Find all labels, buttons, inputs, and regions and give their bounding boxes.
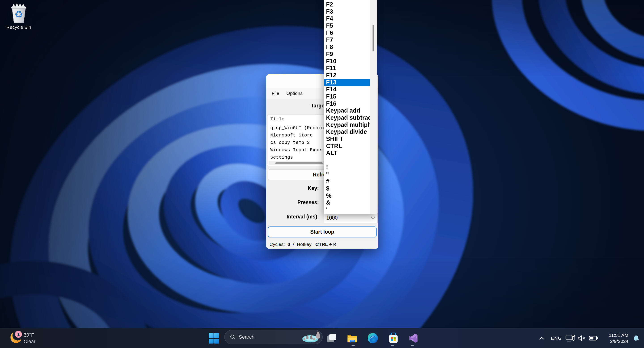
microsoft-store-button[interactable] — [388, 332, 399, 345]
edge-icon — [367, 333, 378, 344]
windows-logo-icon — [209, 333, 219, 344]
presses-label: Presses: — [266, 199, 319, 205]
monitor-pen-icon — [566, 334, 575, 342]
recycle-bin-shortcut[interactable]: ♻ Recycle Bin — [3, 2, 34, 30]
battery-icon — [589, 335, 598, 341]
dropdown-item[interactable]: ! — [324, 164, 370, 171]
dropdown-item[interactable]: F3 — [324, 8, 370, 15]
hotkey-label: Hotkey: — [297, 242, 312, 247]
task-view-icon — [326, 333, 337, 344]
list-column-header: Title — [270, 117, 284, 122]
recycle-bin-label: Recycle Bin — [3, 24, 34, 30]
dropdown-item[interactable]: F9 — [324, 51, 370, 58]
dropdown-item[interactable]: F5 — [324, 22, 370, 29]
dropdown-item[interactable]: # — [324, 178, 370, 185]
interval-value: 1000 — [324, 215, 371, 221]
hidden-icons-button[interactable] — [535, 336, 548, 340]
dropdown-item[interactable]: F16 — [324, 100, 370, 107]
dropdown-item[interactable]: " — [324, 171, 370, 178]
dropdown-item[interactable]: F12 — [324, 72, 370, 79]
task-view-button[interactable] — [326, 332, 337, 345]
clock[interactable]: 11:51 AM 2/9/2024 — [602, 332, 628, 344]
bing-daily-image[interactable] — [300, 330, 322, 344]
dropdown-item[interactable]: F11 — [324, 65, 370, 72]
weather-widget[interactable]: 1 30°F Clear — [8, 330, 36, 347]
dropdown-item[interactable]: F6 — [324, 29, 370, 37]
language-indicator[interactable]: ENG — [548, 336, 564, 341]
condition-text: Clear — [24, 339, 36, 345]
running-indicator — [352, 345, 355, 346]
dropdown-item[interactable]: F8 — [324, 43, 370, 51]
taskbar-app-icons — [326, 328, 420, 348]
dropdown-scrollbar[interactable] — [370, 0, 377, 214]
dropdown-item[interactable]: F7 — [324, 36, 370, 43]
dropdown-item[interactable]: Keypad add — [324, 107, 370, 114]
microsoft-store-icon — [388, 333, 399, 344]
bell-icon — [633, 335, 640, 342]
search-icon — [230, 334, 236, 340]
battery-button[interactable] — [588, 335, 599, 341]
dropdown-item[interactable]: Keypad multiply — [324, 122, 370, 129]
interval-label: Interval (ms): — [266, 214, 319, 220]
dropdown-item[interactable]: Keypad subtract — [324, 114, 370, 122]
menu-options[interactable]: Options — [283, 88, 306, 99]
dropdown-item[interactable]: % — [324, 192, 370, 199]
temperature-text: 30°F — [24, 332, 36, 338]
chevron-up-icon — [539, 336, 544, 340]
key-label: Key: — [266, 185, 319, 191]
recycle-bin-icon: ♻ — [10, 2, 28, 24]
chevron-down-icon — [371, 217, 375, 219]
cycles-value: 0 — [288, 242, 290, 247]
start-button[interactable] — [207, 332, 220, 345]
start-loop-button[interactable]: Start loop — [268, 226, 376, 237]
dropdown-item[interactable]: Keypad divide — [324, 128, 370, 136]
system-tray: ENG — [535, 328, 644, 348]
dropdown-item[interactable]: F13 — [324, 79, 370, 86]
search-box[interactable]: Search — [224, 330, 323, 344]
notification-center-button[interactable] — [628, 335, 644, 342]
dropdown-item[interactable]: ALT — [324, 150, 370, 157]
hotkey-value: CTRL + K — [316, 242, 337, 247]
file-explorer-icon — [346, 333, 358, 344]
dropdown-item[interactable]: ' — [324, 206, 370, 213]
volume-muted-icon — [578, 335, 586, 341]
interval-combobox[interactable]: 1000 — [324, 213, 378, 223]
weather-badge: 1 — [15, 331, 22, 338]
menu-file[interactable]: File — [268, 88, 283, 99]
dropdown-item[interactable]: F15 — [324, 93, 370, 100]
cycles-label: Cycles: — [270, 242, 285, 247]
running-indicator — [411, 345, 414, 346]
dropdown-item[interactable]: & — [324, 199, 370, 206]
status-separator: / — [293, 242, 294, 247]
key-dropdown-list: F2F3F4F5F6F7F8F9F10F11F12F13F14F15F16Key… — [324, 0, 377, 214]
visual-studio-icon — [408, 333, 419, 344]
visual-studio-button[interactable] — [408, 332, 420, 345]
edge-button[interactable] — [367, 332, 378, 345]
dropdown-item[interactable] — [324, 157, 370, 164]
status-bar: Cycles: 0 / Hotkey: CTRL + K — [266, 240, 378, 249]
svg-text:♻: ♻ — [14, 9, 23, 20]
volume-button[interactable] — [576, 335, 588, 341]
dropdown-item[interactable]: SHIFT — [324, 136, 370, 143]
dropdown-item[interactable]: $ — [324, 185, 370, 192]
running-indicator — [391, 345, 394, 346]
date-text: 2/9/2024 — [602, 338, 628, 344]
dropdown-item[interactable]: F2 — [324, 1, 370, 8]
dropdown-item[interactable]: F4 — [324, 15, 370, 22]
dropdown-item[interactable]: F10 — [324, 58, 370, 65]
horizontal-scrollbar-thumb[interactable] — [275, 162, 323, 164]
desktop: ♻ Recycle Bin File Options Target window… — [0, 0, 644, 348]
file-explorer-button[interactable] — [346, 332, 358, 345]
taskbar: 1 30°F Clear Search — [0, 328, 644, 348]
key-dropdown-items: F2F3F4F5F6F7F8F9F10F11F12F13F14F15F16Key… — [324, 1, 370, 213]
time-text: 11:51 AM — [602, 332, 628, 338]
pen-display-button[interactable] — [564, 334, 576, 342]
dropdown-scrollbar-thumb[interactable] — [372, 25, 374, 51]
dropdown-item[interactable]: CTRL — [324, 143, 370, 150]
dropdown-item[interactable]: F14 — [324, 86, 370, 93]
